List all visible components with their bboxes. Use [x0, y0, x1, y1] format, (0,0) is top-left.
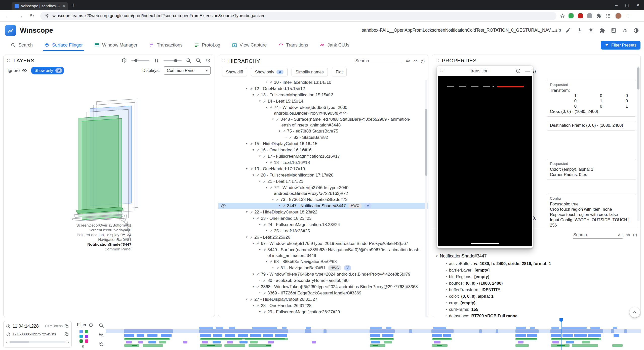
timeline-segment[interactable]	[613, 327, 617, 329]
timeline-segment[interactable]	[201, 338, 285, 339]
timeline-tracks[interactable]	[106, 318, 641, 350]
hierarchy-node[interactable]: ▾68 - 885b63e NavigationBar0#68	[218, 258, 428, 265]
timeline-segment[interactable]	[590, 327, 600, 329]
timeline-segment[interactable]	[530, 327, 535, 329]
zoom-reset-icon[interactable]	[99, 341, 104, 347]
pin-icon[interactable]	[256, 173, 260, 177]
drag-handle-icon[interactable]: ∷	[440, 68, 444, 74]
window-minimize-icon[interactable]: ─	[615, 3, 618, 7]
timeline-segment[interactable]	[432, 334, 442, 337]
chevron-down-icon[interactable]: ▾	[264, 105, 269, 110]
scrollbar-thumb[interactable]	[10, 341, 29, 343]
hierarchy-node[interactable]: ▾3449 - Surface(name=885b63e NavigationB…	[218, 247, 428, 258]
timeline-segment[interactable]	[370, 327, 382, 329]
search-flag-ab-icon[interactable]: ab	[414, 59, 418, 63]
pin-icon[interactable]	[256, 285, 260, 289]
timeline-segment[interactable]	[124, 334, 134, 337]
timeline-segment[interactable]	[551, 334, 561, 337]
layers-trace-icon[interactable]	[79, 330, 83, 333]
pin-icon[interactable]	[249, 210, 253, 214]
cursor-handle[interactable]	[559, 318, 563, 321]
search-flag-aa-icon[interactable]: Aa	[618, 233, 623, 237]
chevron-down-icon[interactable]: ▾	[270, 116, 275, 122]
cross-tool-icon[interactable]	[599, 28, 605, 33]
hierarchy-node[interactable]: ▾22 - HideDisplayCutout:18:23#22	[218, 209, 428, 215]
chevron-down-icon[interactable]: ▾	[257, 309, 262, 315]
timeline-segment[interactable]	[306, 327, 310, 329]
property-row[interactable]: •color:(0, 0, 0), alpha: 1	[432, 293, 640, 299]
hierarchy-node[interactable]: ▾3368 - WindowToken{f6b2f60 type=2024 an…	[218, 284, 428, 290]
chevron-down-icon[interactable]: ▾	[251, 241, 256, 246]
layer-label[interactable]: NotificationShade#3447	[61, 242, 131, 247]
pin-icon[interactable]	[269, 161, 273, 164]
hierarchy-node[interactable]: ▾79 - WindowToken{7046b4a type=2024 andr…	[218, 271, 428, 277]
timeline-segment[interactable]	[147, 334, 157, 337]
timeline-segment[interactable]	[312, 341, 316, 343]
timeline-segment[interactable]	[225, 334, 235, 337]
viewcapture-trace-icon[interactable]	[79, 335, 83, 338]
timestamp-ns[interactable]: 1715339054227572545 ns	[13, 332, 56, 336]
timeline-filter-button[interactable]: Filter	[77, 322, 93, 327]
collapse-timeline-fab[interactable]	[629, 307, 640, 318]
new-tab-button[interactable]: +	[71, 2, 75, 9]
info-icon[interactable]	[516, 68, 521, 73]
timeline-segment[interactable]	[479, 329, 482, 333]
timeline-segment[interactable]	[370, 329, 395, 333]
report-bug-icon[interactable]	[622, 28, 628, 33]
pin-icon[interactable]	[256, 304, 260, 308]
timeline-segment[interactable]	[582, 341, 590, 343]
chevron-down-icon[interactable]: ▾	[270, 197, 275, 202]
browser-tab[interactable]: Winscope | sandbox-FAIL ✕	[12, 2, 68, 10]
timeline-segment[interactable]	[124, 329, 173, 333]
upload-icon[interactable]	[588, 28, 594, 33]
documentation-icon[interactable]	[611, 28, 616, 33]
filter-presets-button[interactable]: Filter Presets	[601, 41, 640, 50]
hierarchy-node[interactable]: ▾15 - HideDisplayCutout:16:16#15	[218, 141, 428, 147]
hierarchy-node[interactable]: ▾67 - WindowToken{e5176f9 type=2019 andr…	[218, 240, 428, 247]
download-icon[interactable]	[577, 28, 582, 33]
layers-3d-canvas[interactable]	[4, 55, 215, 317]
scrollbar-thumb[interactable]	[637, 67, 639, 90]
timeline-segment[interactable]	[305, 329, 311, 333]
chevron-down-icon[interactable]: ▾	[251, 215, 256, 221]
layer-label[interactable]: ScreenDecorOverlay#60	[61, 228, 131, 232]
wm-trace-icon[interactable]	[79, 339, 83, 343]
chevron-down-icon[interactable]: ▾	[264, 185, 269, 191]
copy-icon[interactable]	[65, 324, 69, 328]
back-icon[interactable]: ←	[5, 13, 11, 19]
timeline-segment[interactable]	[263, 334, 273, 337]
nav-tab-protolog[interactable]: ProtoLog	[194, 39, 220, 51]
scrollbar-thumb[interactable]	[425, 109, 427, 176]
extension-icon-red[interactable]	[578, 13, 583, 18]
timeline-cursor[interactable]	[561, 318, 561, 350]
layer-label[interactable]: Common Panel	[61, 247, 131, 251]
timeline-segment[interactable]	[515, 334, 526, 337]
extensions-puzzle-icon[interactable]	[596, 13, 601, 18]
visibility-eye-icon[interactable]	[221, 203, 226, 208]
properties-root-node[interactable]: ▾ NotificationShade#3447	[436, 253, 487, 259]
timeline-segment[interactable]	[496, 329, 499, 333]
extension-icon-gray[interactable]	[587, 13, 592, 18]
pin-icon[interactable]	[256, 93, 260, 97]
scroll-left-icon[interactable]: ‹	[6, 340, 7, 344]
edit-trace-icon[interactable]	[566, 28, 571, 33]
timeline-segment[interactable]	[216, 327, 223, 329]
pin-icon[interactable]	[249, 87, 253, 91]
property-row[interactable]: •currFrame:155	[432, 306, 640, 313]
nav-tab-surface-flinger[interactable]: Surface Flinger	[44, 39, 83, 51]
timeline-segment[interactable]	[126, 341, 132, 343]
chevron-down-icon[interactable]: ▾	[257, 98, 262, 104]
hierarchy-node[interactable]: ▾73 - 8736138 NotificationShade#73	[218, 196, 428, 203]
timeline-segment[interactable]	[551, 327, 559, 329]
zoom-out-icon[interactable]	[196, 58, 201, 63]
chevron-down-icon[interactable]: ▾	[244, 209, 249, 215]
pin-icon[interactable]	[282, 204, 286, 208]
rotation-slider[interactable]	[131, 60, 149, 61]
timeline-segment[interactable]	[125, 338, 170, 339]
hierarchy-node[interactable]: ▾16 - OneHanded:16:16#16	[218, 147, 428, 153]
search-flag-aa-icon[interactable]: Aa	[406, 59, 410, 63]
pin-icon[interactable]	[249, 167, 253, 171]
timeline-segment[interactable]	[551, 338, 599, 339]
panel-drag-handle-icon[interactable]: ∷	[7, 58, 10, 63]
timeline-segment[interactable]	[213, 334, 222, 337]
